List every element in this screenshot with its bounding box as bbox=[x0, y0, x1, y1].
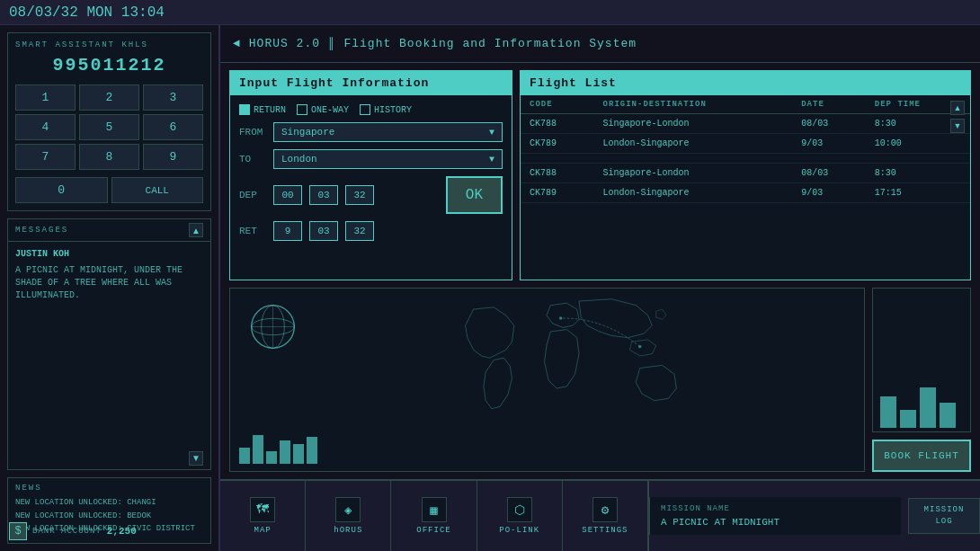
horus-logo-icon: ◄ bbox=[233, 37, 240, 50]
ret-year[interactable]: 32 bbox=[345, 221, 374, 241]
call-button[interactable]: CALL bbox=[111, 177, 204, 203]
flight-route: Singapore-London bbox=[594, 164, 793, 183]
messages-scroll-down[interactable]: ▼ bbox=[189, 451, 203, 466]
from-label: FROM bbox=[239, 127, 266, 138]
col-deptime: DEP TIME bbox=[866, 95, 970, 114]
key-7[interactable]: 7 bbox=[15, 144, 76, 170]
bar-item bbox=[239, 448, 250, 464]
message-content: JUSTIN KOH A PICNIC AT MIDNIGHT, UNDER T… bbox=[8, 242, 210, 448]
to-select[interactable]: London ▼ bbox=[273, 149, 503, 169]
flight-input-panel: Input Flight Information RETURN ONE-WAY bbox=[229, 70, 512, 280]
nav-tab-office-label: OFFICE bbox=[416, 526, 450, 535]
flight-input-header: Input Flight Information bbox=[230, 71, 512, 95]
messages-panel: MESSAGES ▲ JUSTIN KOH A PICNIC AT MIDNIG… bbox=[7, 218, 211, 470]
ret-label: RET bbox=[239, 226, 266, 236]
message-sender: JUSTIN KOH bbox=[15, 249, 203, 259]
dep-label: DEP bbox=[239, 190, 266, 200]
flight-code: CK789 bbox=[521, 134, 594, 154]
key-2[interactable]: 2 bbox=[79, 84, 139, 111]
history-radio[interactable]: HISTORY bbox=[360, 104, 412, 115]
svg-point-6 bbox=[559, 316, 563, 320]
flight-list-body: ▲ ▼ CODE ORIGIN-DESTINATION DATE DEP TIM… bbox=[521, 95, 970, 280]
news-item-1: NEW LOCATION UNLOCKED: CHANGI bbox=[15, 498, 203, 509]
key-5[interactable]: 5 bbox=[79, 114, 139, 140]
nav-tab-office[interactable]: ▦ OFFICE bbox=[391, 481, 477, 551]
flight-date: 08/03 bbox=[792, 164, 866, 183]
ret-month[interactable]: 03 bbox=[309, 221, 338, 241]
ok-button[interactable]: OK bbox=[446, 176, 503, 214]
flight-type-row: RETURN ONE-WAY HISTORY bbox=[239, 104, 503, 115]
bar-item bbox=[940, 403, 956, 428]
dep-year[interactable]: 32 bbox=[345, 185, 374, 205]
flight-scroll-down[interactable]: ▼ bbox=[950, 119, 965, 133]
table-row[interactable]: CK788 Singapore-London 08/03 8:30 bbox=[521, 164, 970, 183]
keypad: 1 2 3 4 5 6 7 8 9 bbox=[15, 84, 203, 170]
mission-panel: MISSION NAME A PICNIC AT MIDNIGHT bbox=[649, 497, 901, 535]
table-row[interactable]: CK789 London-Singapore 9/03 17:15 bbox=[521, 183, 970, 203]
messages-title: MESSAGES bbox=[15, 226, 68, 235]
return-radio-box bbox=[239, 104, 250, 115]
nav-tab-polink[interactable]: ⬡ PO-LINK bbox=[477, 481, 563, 551]
key-1[interactable]: 1 bbox=[15, 84, 76, 111]
key-4[interactable]: 4 bbox=[15, 114, 76, 140]
bottom-nav: 🗺 MAP ◈ hORUS ▦ OFFICE ⬡ PO-LINK bbox=[220, 479, 980, 551]
nav-tab-map[interactable]: 🗺 MAP bbox=[220, 481, 306, 551]
key-0[interactable]: 0 bbox=[15, 177, 108, 203]
bar-item bbox=[253, 435, 263, 464]
return-radio[interactable]: RETURN bbox=[239, 104, 286, 115]
keypad-bottom: 0 CALL bbox=[15, 177, 203, 203]
mission-log-button[interactable]: MISSION LOG bbox=[908, 498, 980, 533]
messages-scroll-up[interactable]: ▲ bbox=[189, 223, 203, 237]
oneway-radio[interactable]: ONE-WAY bbox=[297, 104, 349, 115]
flight-date: 08/03 bbox=[792, 114, 866, 134]
map-panel bbox=[229, 288, 865, 472]
bar-item bbox=[266, 451, 277, 464]
assistant-title: SMART ASSISTANT KHLS bbox=[15, 40, 203, 49]
dep-day[interactable]: 00 bbox=[273, 185, 302, 205]
key-8[interactable]: 8 bbox=[79, 144, 139, 170]
table-row[interactable]: CK788 Singapore-London 08/03 8:30 bbox=[521, 114, 970, 134]
phone-number: 995011212 bbox=[15, 55, 203, 76]
top-bar-time: 08/03/32 MON 13:04 bbox=[9, 4, 165, 21]
from-select[interactable]: Singapore ▼ bbox=[273, 122, 503, 142]
mission-name-label: MISSION NAME bbox=[661, 504, 890, 513]
ret-day[interactable]: 9 bbox=[273, 221, 302, 241]
flight-list-panel: Flight List ▲ ▼ CODE ORIGIN-DESTINATION bbox=[520, 70, 971, 280]
top-bar: 08/03/32 MON 13:04 bbox=[0, 0, 980, 25]
oneway-radio-box bbox=[297, 104, 307, 115]
from-row: FROM Singapore ▼ bbox=[239, 122, 503, 142]
app-header: ◄ HORUS 2.0 ║ Flight Booking and Informa… bbox=[220, 25, 980, 63]
to-row: TO London ▼ bbox=[239, 149, 503, 169]
flight-date: 9/03 bbox=[792, 134, 866, 154]
nav-tab-map-label: MAP bbox=[254, 526, 272, 535]
flight-route: London-Singapore bbox=[594, 183, 793, 203]
flight-route: Singapore-London bbox=[594, 114, 793, 134]
flight-input-body: RETURN ONE-WAY HISTORY bbox=[230, 95, 512, 280]
map-area: BOOK FLIGHT bbox=[220, 288, 980, 479]
bar-item bbox=[920, 387, 936, 428]
flight-code: CK788 bbox=[521, 164, 594, 183]
main-content: ◄ HORUS 2.0 ║ Flight Booking and Informa… bbox=[220, 25, 980, 551]
globe-icon bbox=[248, 302, 298, 351]
nav-tab-horus[interactable]: ◈ hORUS bbox=[306, 481, 391, 551]
bank-amount: 2,250 bbox=[107, 526, 137, 537]
key-3[interactable]: 3 bbox=[143, 84, 203, 111]
office-nav-icon: ▦ bbox=[422, 497, 447, 522]
flight-deptime: 10:00 bbox=[866, 134, 970, 154]
col-route: ORIGIN-DESTINATION bbox=[594, 95, 793, 114]
nav-tab-settings[interactable]: ⚙ SETTINGS bbox=[563, 481, 648, 551]
key-9[interactable]: 9 bbox=[143, 144, 203, 170]
flight-code: CK789 bbox=[521, 183, 594, 203]
dep-month[interactable]: 03 bbox=[309, 185, 338, 205]
book-flight-button[interactable]: BOOK FLIGHT bbox=[872, 440, 971, 472]
return-label: RETURN bbox=[254, 105, 286, 115]
content-area: SMART ASSISTANT KHLS 995011212 1 2 3 4 5… bbox=[0, 25, 980, 551]
to-label: TO bbox=[239, 154, 266, 164]
bank-label: BANK ACCOUNT bbox=[32, 527, 102, 536]
settings-nav-icon: ⚙ bbox=[592, 497, 618, 522]
flight-table: CODE ORIGIN-DESTINATION DATE DEP TIME CK… bbox=[521, 95, 970, 203]
flight-deptime: 8:30 bbox=[866, 164, 970, 183]
history-radio-box bbox=[360, 104, 370, 115]
table-row[interactable]: CK789 London-Singapore 9/03 10:00 bbox=[521, 134, 970, 154]
key-6[interactable]: 6 bbox=[143, 114, 203, 140]
